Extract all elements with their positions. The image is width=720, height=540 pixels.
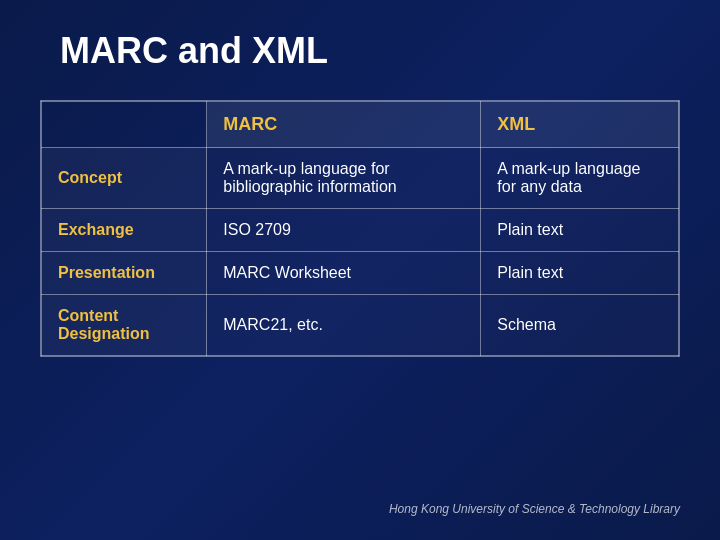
- table-row: Content DesignationMARC21, etc.Schema: [42, 295, 679, 356]
- header-marc: MARC: [207, 102, 481, 148]
- page-container: MARC and XML MARC XML ConceptA mark-up l…: [0, 0, 720, 540]
- row-marc-value: MARC21, etc.: [207, 295, 481, 356]
- row-label: Exchange: [42, 209, 207, 252]
- row-xml-value: Plain text: [481, 209, 679, 252]
- comparison-table: MARC XML ConceptA mark-up language for b…: [41, 101, 679, 356]
- footer-text: Hong Kong University of Science & Techno…: [389, 502, 680, 520]
- row-xml-value: Plain text: [481, 252, 679, 295]
- header-xml: XML: [481, 102, 679, 148]
- row-label: Concept: [42, 148, 207, 209]
- row-label: Presentation: [42, 252, 207, 295]
- table-header-row: MARC XML: [42, 102, 679, 148]
- comparison-table-wrapper: MARC XML ConceptA mark-up language for b…: [40, 100, 680, 357]
- row-marc-value: A mark-up language for bibliographic inf…: [207, 148, 481, 209]
- row-xml-value: A mark-up language for any data: [481, 148, 679, 209]
- table-row: ExchangeISO 2709Plain text: [42, 209, 679, 252]
- row-marc-value: MARC Worksheet: [207, 252, 481, 295]
- row-xml-value: Schema: [481, 295, 679, 356]
- page-title: MARC and XML: [40, 30, 328, 72]
- table-row: ConceptA mark-up language for bibliograp…: [42, 148, 679, 209]
- row-marc-value: ISO 2709: [207, 209, 481, 252]
- table-row: PresentationMARC WorksheetPlain text: [42, 252, 679, 295]
- row-label: Content Designation: [42, 295, 207, 356]
- header-empty: [42, 102, 207, 148]
